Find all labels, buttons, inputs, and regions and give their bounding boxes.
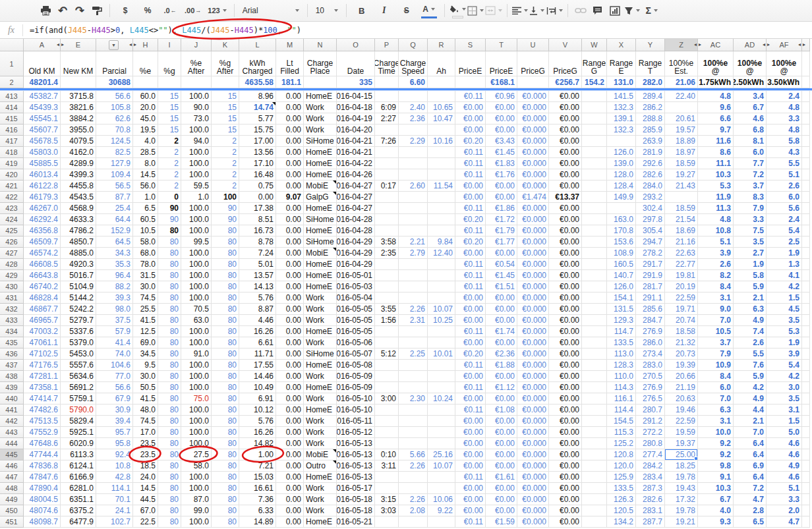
cell[interactable]: 3.4 bbox=[734, 91, 767, 102]
totals-cell[interactable]: 335 bbox=[337, 76, 375, 88]
cell[interactable]: €0.00 bbox=[549, 181, 582, 192]
row-header[interactable]: 414 bbox=[0, 102, 24, 113]
cell[interactable]: 25.16 bbox=[428, 449, 455, 460]
insert-comment-button[interactable] bbox=[590, 3, 606, 18]
cell[interactable]: 6.6 bbox=[698, 113, 734, 125]
totals-cell[interactable] bbox=[428, 76, 455, 88]
cell[interactable]: 127.9 bbox=[96, 158, 133, 169]
row-header[interactable]: 423 bbox=[0, 203, 24, 214]
cell[interactable]: 47061.1 bbox=[24, 337, 61, 348]
cell[interactable]: 285.9 bbox=[636, 125, 665, 136]
cell[interactable]: 6.3 bbox=[698, 404, 734, 416]
header-cell[interactable] bbox=[802, 51, 810, 76]
cell[interactable]: 80 bbox=[212, 304, 239, 315]
cell[interactable]: 3.3 bbox=[767, 113, 802, 125]
cell[interactable]: 20.0 bbox=[133, 102, 158, 113]
cell[interactable]: 18.58 bbox=[665, 326, 698, 337]
cell[interactable] bbox=[428, 472, 455, 483]
cell[interactable]: 6124.1 bbox=[61, 460, 96, 472]
cell[interactable] bbox=[802, 516, 810, 528]
cell[interactable]: 80 bbox=[212, 281, 239, 292]
cell[interactable]: 78.0 bbox=[133, 259, 158, 270]
cell[interactable]: 4850.7 bbox=[61, 237, 96, 248]
cell[interactable]: GalpG bbox=[304, 192, 337, 203]
cell[interactable]: Outro bbox=[304, 460, 337, 472]
cell[interactable] bbox=[428, 203, 455, 214]
cell[interactable]: 100.0 bbox=[181, 270, 212, 281]
cell[interactable]: 297.8 bbox=[636, 214, 665, 225]
column-filter-icon[interactable]: ▼ bbox=[109, 40, 119, 50]
column-header-END[interactable]: ▸ bbox=[802, 39, 810, 51]
totals-cell[interactable] bbox=[181, 76, 212, 88]
cell[interactable] bbox=[428, 270, 455, 281]
cell[interactable]: 100.0 bbox=[181, 91, 212, 102]
cell[interactable]: 2.1 bbox=[734, 416, 767, 427]
cell[interactable]: 3.5 bbox=[734, 237, 767, 248]
row-header[interactable]: 437 bbox=[0, 360, 24, 371]
cell[interactable]: 2016-05-13 bbox=[337, 449, 375, 460]
cell[interactable]: €0.00 bbox=[486, 393, 517, 404]
cell[interactable]: 100.0 bbox=[181, 371, 212, 382]
cell[interactable]: 2:27 bbox=[375, 113, 399, 125]
cell[interactable]: 2.30 bbox=[399, 393, 428, 404]
cell[interactable]: €0.00 bbox=[549, 516, 582, 528]
cell[interactable]: 90 bbox=[158, 203, 181, 214]
cell[interactable]: 95.7 bbox=[96, 427, 133, 438]
cell[interactable]: 139.1 bbox=[607, 113, 636, 125]
cell[interactable]: 2016-04-21 bbox=[337, 136, 375, 147]
header-cell[interactable]: 100%e @ bbox=[698, 51, 734, 76]
cell[interactable]: 3.3 bbox=[767, 494, 802, 505]
cell[interactable]: 46740.2 bbox=[24, 281, 61, 292]
cell[interactable]: 6:09 bbox=[375, 102, 399, 113]
row-header[interactable]: 433 bbox=[0, 315, 24, 326]
cell[interactable]: 141.5 bbox=[607, 91, 636, 102]
cell[interactable] bbox=[375, 326, 399, 337]
cell[interactable]: 10.65 bbox=[428, 102, 455, 113]
cell[interactable] bbox=[399, 472, 428, 483]
cell[interactable]: 14.5 bbox=[133, 169, 158, 181]
cell[interactable]: 99.0 bbox=[181, 505, 212, 516]
cell[interactable] bbox=[582, 169, 607, 181]
cell[interactable]: 5279.7 bbox=[61, 315, 96, 326]
cell[interactable]: 3.9 bbox=[698, 248, 734, 259]
cell[interactable]: 4.8 bbox=[698, 214, 734, 225]
cell[interactable] bbox=[375, 214, 399, 225]
cell[interactable]: 100.0 bbox=[181, 438, 212, 449]
cell[interactable]: €1.45 bbox=[486, 147, 517, 158]
cell[interactable]: €0.00 bbox=[455, 483, 486, 494]
cell[interactable]: 0.00 bbox=[276, 125, 304, 136]
row-header[interactable]: 438 bbox=[0, 371, 24, 382]
cell[interactable]: €0.00 bbox=[549, 472, 582, 483]
cell[interactable]: 9.0 bbox=[698, 304, 734, 315]
cell[interactable]: MobiE bbox=[304, 449, 337, 460]
cell[interactable]: 80 bbox=[212, 270, 239, 281]
cell[interactable]: 2016-05-21 bbox=[337, 516, 375, 528]
cell[interactable]: 37.5 bbox=[96, 315, 133, 326]
cell[interactable]: 8.96 bbox=[239, 91, 276, 102]
cell[interactable]: 10.01 bbox=[428, 348, 455, 360]
cell[interactable]: 6.4 bbox=[734, 438, 767, 449]
cell[interactable]: 80 bbox=[212, 382, 239, 393]
cell[interactable]: Work bbox=[304, 315, 337, 326]
cell[interactable]: 56.5 bbox=[96, 181, 133, 192]
cell[interactable]: 22.59 bbox=[665, 292, 698, 304]
cell[interactable]: €0.000 bbox=[517, 449, 549, 460]
cell[interactable]: 2016-05-13 bbox=[337, 460, 375, 472]
cell[interactable]: 8.4 bbox=[698, 371, 734, 382]
cell[interactable]: 100.0 bbox=[181, 147, 212, 158]
cell[interactable] bbox=[582, 371, 607, 382]
cell[interactable] bbox=[582, 516, 607, 528]
cell[interactable]: €0.00 bbox=[549, 304, 582, 315]
cell[interactable]: €0.11 bbox=[455, 203, 486, 214]
cell[interactable] bbox=[582, 181, 607, 192]
cell[interactable]: 149.9 bbox=[607, 192, 636, 203]
cell[interactable] bbox=[802, 438, 810, 449]
column-header-O[interactable]: O bbox=[337, 39, 375, 51]
cell[interactable]: 277.4 bbox=[636, 449, 665, 460]
header-cell[interactable]: PriceG bbox=[517, 51, 549, 76]
cell[interactable]: 4543.5 bbox=[61, 192, 96, 203]
cell[interactable]: 5829.4 bbox=[61, 416, 96, 427]
row-header[interactable]: 428 bbox=[0, 259, 24, 270]
cell[interactable]: 0.00 bbox=[276, 248, 304, 259]
cell[interactable]: 0.00 bbox=[276, 136, 304, 147]
